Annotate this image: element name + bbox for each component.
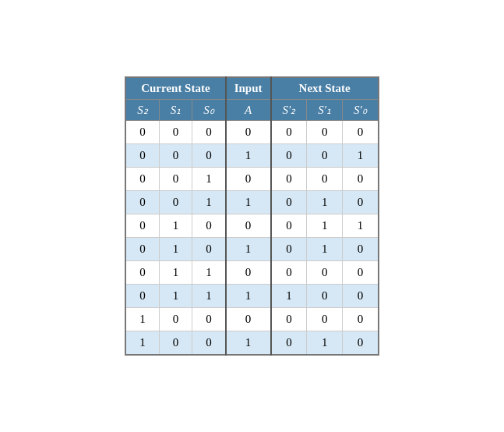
s2-cell: 0 (125, 191, 159, 214)
table-row: 0001001 (125, 144, 379, 168)
s1-cell: 1 (159, 214, 192, 238)
table-row: 0011010 (125, 191, 379, 214)
ns0-cell: 0 (343, 285, 379, 308)
s1-cell: 0 (159, 191, 192, 214)
ns0-cell: 1 (343, 214, 379, 238)
table-row: 0111100 (125, 285, 379, 308)
s2-cell: 0 (125, 214, 159, 238)
ns1-cell: 1 (307, 238, 343, 261)
a-header: A (226, 100, 271, 121)
s0-cell: 1 (192, 168, 226, 191)
current-state-header: Current State (125, 77, 226, 100)
s0-cell: 0 (192, 331, 226, 356)
s2p-header: S′₂ (271, 100, 307, 121)
s2-cell: 0 (125, 238, 159, 261)
s2-cell: 0 (125, 261, 159, 285)
s1-cell: 0 (159, 308, 192, 331)
s1-cell: 0 (159, 144, 192, 168)
ns0-cell: 0 (343, 191, 379, 214)
table-row: 0100011 (125, 214, 379, 238)
a-cell: 0 (226, 168, 271, 191)
a-cell: 0 (226, 214, 271, 238)
header-sub-row: S₂ S₁ S₀ A S′₂ S′₁ S′₀ (125, 100, 379, 121)
s0-cell: 1 (192, 285, 226, 308)
ns1-cell: 0 (307, 261, 343, 285)
a-cell: 1 (226, 285, 271, 308)
s2-cell: 0 (125, 168, 159, 191)
ns1-cell: 0 (307, 121, 343, 144)
ns1-cell: 1 (307, 214, 343, 238)
s1-cell: 0 (159, 121, 192, 144)
s2-cell: 1 (125, 331, 159, 356)
a-cell: 0 (226, 308, 271, 331)
table-body: 0000000000100100100000011010010001101010… (125, 121, 379, 356)
s0-header: S₀ (192, 100, 226, 121)
s0-cell: 0 (192, 214, 226, 238)
s0-cell: 1 (192, 191, 226, 214)
ns2-cell: 0 (271, 331, 307, 356)
ns0-cell: 0 (343, 121, 379, 144)
a-cell: 0 (226, 261, 271, 285)
a-cell: 1 (226, 191, 271, 214)
header-top-row: Current State Input Next State (125, 77, 379, 100)
ns2-cell: 0 (271, 214, 307, 238)
ns0-cell: 0 (343, 168, 379, 191)
s0p-header: S′₀ (343, 100, 379, 121)
state-table: Current State Input Next State S₂ S₁ S₀ … (125, 76, 379, 356)
table-row: 1001010 (125, 331, 379, 356)
ns1-cell: 0 (307, 308, 343, 331)
s0-cell: 0 (192, 121, 226, 144)
s2-cell: 0 (125, 121, 159, 144)
ns1-cell: 0 (307, 168, 343, 191)
s1p-header: S′₁ (307, 100, 343, 121)
ns2-cell: 0 (271, 168, 307, 191)
table-row: 0110000 (125, 261, 379, 285)
table-row: 0010000 (125, 168, 379, 191)
s1-cell: 0 (159, 168, 192, 191)
ns2-cell: 0 (271, 308, 307, 331)
s0-cell: 0 (192, 238, 226, 261)
s1-cell: 1 (159, 238, 192, 261)
ns2-cell: 0 (271, 121, 307, 144)
s0-cell: 0 (192, 308, 226, 331)
a-cell: 0 (226, 121, 271, 144)
ns2-cell: 0 (271, 144, 307, 168)
ns0-cell: 0 (343, 261, 379, 285)
s1-cell: 1 (159, 285, 192, 308)
ns2-cell: 0 (271, 261, 307, 285)
a-cell: 1 (226, 144, 271, 168)
ns2-cell: 1 (271, 285, 307, 308)
s2-cell: 1 (125, 308, 159, 331)
s1-cell: 1 (159, 261, 192, 285)
s1-header: S₁ (159, 100, 192, 121)
ns1-cell: 1 (307, 331, 343, 356)
ns0-cell: 1 (343, 144, 379, 168)
input-header: Input (226, 77, 271, 100)
ns0-cell: 0 (343, 238, 379, 261)
ns2-cell: 0 (271, 238, 307, 261)
a-cell: 1 (226, 331, 271, 356)
ns0-cell: 0 (343, 331, 379, 356)
s2-cell: 0 (125, 285, 159, 308)
s0-cell: 0 (192, 144, 226, 168)
s1-cell: 0 (159, 331, 192, 356)
s2-cell: 0 (125, 144, 159, 168)
s2-header: S₂ (125, 100, 159, 121)
s0-cell: 1 (192, 261, 226, 285)
table-row: 0101010 (125, 238, 379, 261)
ns1-cell: 0 (307, 285, 343, 308)
next-state-header: Next State (271, 77, 379, 100)
ns1-cell: 1 (307, 191, 343, 214)
table-row: 0000000 (125, 121, 379, 144)
ns2-cell: 0 (271, 191, 307, 214)
ns1-cell: 0 (307, 144, 343, 168)
a-cell: 1 (226, 238, 271, 261)
ns0-cell: 0 (343, 308, 379, 331)
table-row: 1000000 (125, 308, 379, 331)
